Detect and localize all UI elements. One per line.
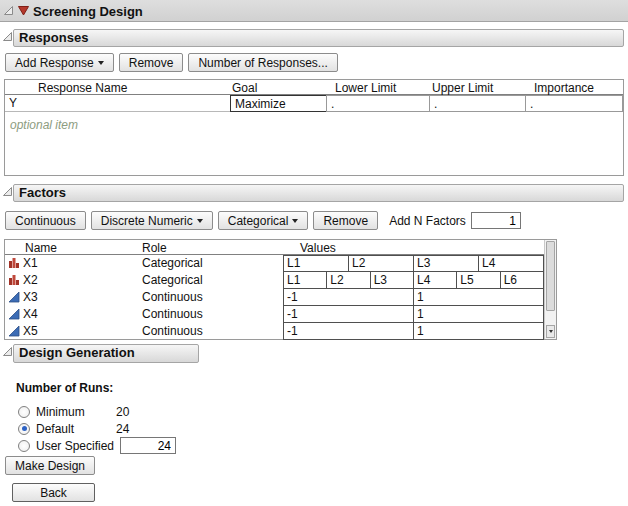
design-generation-section-header[interactable]: Design Generation: [13, 344, 199, 363]
continuous-button[interactable]: Continuous: [5, 211, 86, 230]
factor-row: X3 Continuous -1 1: [5, 289, 544, 306]
response-goal-cell[interactable]: Maximize: [230, 95, 327, 112]
factors-table-header: Name Role Values: [5, 240, 544, 255]
vertical-scrollbar[interactable]: [544, 240, 556, 339]
factor-value-cell[interactable]: 1: [413, 289, 544, 306]
make-design-button[interactable]: Make Design: [5, 456, 95, 475]
factor-row: X1 Categorical L1 L2 L3 L4: [5, 255, 544, 272]
disclosure-triangle-icon[interactable]: [3, 5, 14, 16]
factor-value-cell[interactable]: L1: [283, 255, 349, 272]
factors-table: Name Role Values X1 Categorical L1 L2 L3…: [4, 239, 557, 340]
factor-value-cell[interactable]: -1: [283, 306, 414, 323]
factor-value-cell[interactable]: 1: [413, 306, 544, 323]
runs-option-default: Default 24: [18, 421, 129, 436]
responses-disclosure-icon[interactable]: [2, 31, 13, 42]
runs-option-minimum: Minimum 20: [18, 404, 129, 419]
categorical-button[interactable]: Categorical: [218, 211, 309, 230]
factor-role-cell[interactable]: Continuous: [142, 323, 272, 340]
factor-row: X4 Continuous -1 1: [5, 306, 544, 323]
continuous-icon: [8, 291, 20, 303]
add-n-factors-input[interactable]: [471, 212, 521, 229]
remove-factor-button[interactable]: Remove: [313, 211, 378, 230]
column-header-goal: Goal: [232, 81, 257, 95]
factor-name-cell[interactable]: X4: [23, 306, 103, 323]
factor-name-cell[interactable]: X2: [23, 272, 103, 289]
column-header-lower-limit: Lower Limit: [335, 81, 396, 95]
column-header-response-name: Response Name: [38, 81, 127, 95]
radio-default[interactable]: [18, 423, 30, 435]
factors-header-label: Factors: [19, 185, 66, 200]
factor-name-cell[interactable]: X1: [23, 255, 103, 272]
radio-user-specified-label: User Specified: [36, 439, 116, 453]
scroll-down-icon: [549, 330, 553, 333]
radio-user-specified[interactable]: [18, 440, 30, 452]
response-name-cell[interactable]: Y: [5, 95, 230, 112]
factor-value-cell[interactable]: -1: [283, 289, 414, 306]
factor-role-cell[interactable]: Continuous: [142, 306, 272, 323]
column-header-upper-limit: Upper Limit: [432, 81, 493, 95]
factors-section-header[interactable]: Factors: [13, 184, 624, 202]
scroll-down-button[interactable]: [546, 325, 555, 338]
factor-value-cell[interactable]: L1: [283, 272, 327, 289]
factor-value-cell[interactable]: L6: [500, 272, 544, 289]
factors-toolbar: Continuous Discrete Numeric Categorical …: [5, 211, 521, 230]
design-generation-header-label: Design Generation: [19, 345, 135, 360]
factor-name-cell[interactable]: X5: [23, 323, 103, 340]
factor-value-cell[interactable]: -1: [283, 323, 414, 340]
discrete-numeric-label: Discrete Numeric: [101, 214, 193, 228]
factor-role-cell[interactable]: Continuous: [142, 289, 272, 306]
factor-value-cell[interactable]: L3: [413, 255, 479, 272]
discrete-numeric-button[interactable]: Discrete Numeric: [91, 211, 213, 230]
factor-value-cell[interactable]: L3: [370, 272, 414, 289]
factors-disclosure-icon[interactable]: [2, 186, 13, 197]
factor-name-cell[interactable]: X3: [23, 289, 103, 306]
dropdown-arrow-icon: [98, 61, 104, 65]
factor-value-cell[interactable]: 1: [413, 323, 544, 340]
responses-toolbar: Add Response Remove Number of Responses.…: [5, 53, 338, 72]
number-of-responses-button[interactable]: Number of Responses...: [188, 53, 337, 72]
radio-minimum-label: Minimum: [36, 405, 116, 419]
column-header-name: Name: [25, 241, 57, 255]
continuous-label: Continuous: [15, 214, 76, 228]
column-header-importance: Importance: [534, 81, 594, 95]
response-lower-limit-cell[interactable]: .: [326, 95, 430, 112]
categorical-icon: [8, 274, 20, 286]
red-triangle-menu-icon[interactable]: [17, 5, 30, 17]
factor-role-cell[interactable]: Categorical: [142, 255, 272, 272]
responses-section-header[interactable]: Responses: [13, 29, 624, 47]
column-header-values: Values: [300, 241, 336, 255]
factors-table-body: X1 Categorical L1 L2 L3 L4 X2 Categorica…: [5, 255, 544, 340]
response-upper-limit-cell[interactable]: .: [429, 95, 526, 112]
categorical-label: Categorical: [228, 214, 289, 228]
add-response-label: Add Response: [15, 56, 94, 70]
back-button[interactable]: Back: [12, 483, 95, 502]
categorical-icon: [8, 257, 20, 269]
factor-row: X2 Categorical L1 L2 L3 L4 L5 L6: [5, 272, 544, 289]
response-row: Y Maximize . . .: [5, 95, 623, 112]
factor-values: -1 1: [283, 323, 544, 340]
radio-default-label: Default: [36, 422, 116, 436]
dropdown-arrow-icon: [292, 219, 298, 223]
remove-response-label: Remove: [129, 56, 174, 70]
factor-values: L1 L2 L3 L4 L5 L6: [283, 272, 544, 289]
dropdown-arrow-icon: [197, 219, 203, 223]
factor-value-cell[interactable]: L2: [348, 255, 414, 272]
design-generation-disclosure-icon[interactable]: [2, 346, 13, 357]
remove-response-button[interactable]: Remove: [119, 53, 184, 72]
factor-value-cell[interactable]: L2: [326, 272, 370, 289]
radio-minimum[interactable]: [18, 406, 30, 418]
factor-value-cell[interactable]: L4: [478, 255, 544, 272]
factor-values: -1 1: [283, 289, 544, 306]
factor-role-cell[interactable]: Categorical: [142, 272, 272, 289]
factor-value-cell[interactable]: L5: [456, 272, 500, 289]
responses-table-header: Response Name Goal Lower Limit Upper Lim…: [5, 80, 623, 95]
response-importance-cell[interactable]: .: [525, 95, 623, 112]
scrollbar-thumb[interactable]: [546, 241, 555, 311]
add-response-button[interactable]: Add Response: [5, 53, 114, 72]
factor-row: X5 Continuous -1 1: [5, 323, 544, 340]
factor-value-cell[interactable]: L4: [413, 272, 457, 289]
user-specified-input[interactable]: [120, 437, 176, 454]
back-label: Back: [40, 486, 67, 500]
responses-header-label: Responses: [19, 30, 88, 45]
continuous-icon: [8, 308, 20, 320]
